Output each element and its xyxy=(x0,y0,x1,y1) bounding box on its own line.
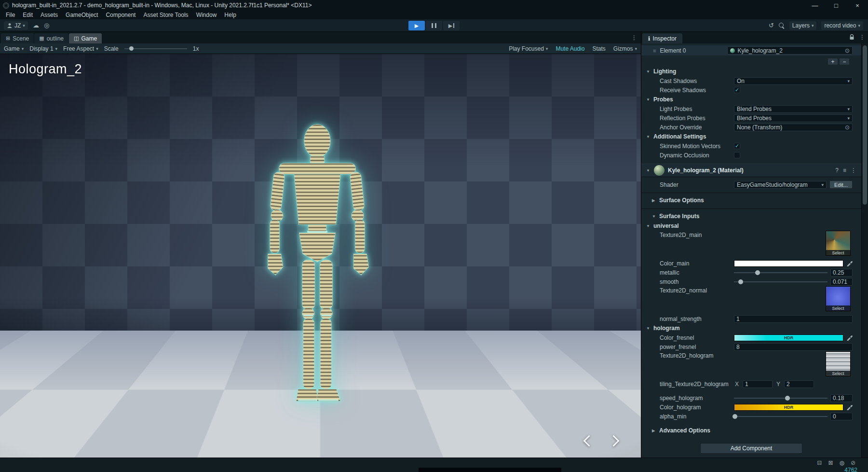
color-main-swatch[interactable] xyxy=(734,260,843,267)
object-picker-icon[interactable]: ⊙ xyxy=(845,124,850,131)
menu-window[interactable]: Window xyxy=(192,12,221,18)
section-advanced-options[interactable]: ▶ Advanced Options xyxy=(641,426,861,435)
pause-button[interactable] xyxy=(426,21,442,30)
scrollbar-thumb[interactable] xyxy=(863,45,867,205)
tab-outline[interactable]: ▦ outline xyxy=(34,33,68,43)
alpha-min-value[interactable]: 0 xyxy=(830,413,853,420)
account-dropdown[interactable]: JZ ▾ xyxy=(4,21,28,30)
package-manager-icon[interactable]: ⊠ xyxy=(828,459,833,466)
tiling-y-field[interactable]: 2 xyxy=(784,380,814,388)
receive-shadows-checkbox[interactable]: ✓ xyxy=(734,87,740,93)
reflection-probes-dropdown[interactable]: Blend Probes ▾ xyxy=(734,114,853,122)
tab-game[interactable]: ◫ Game xyxy=(69,33,102,43)
layers-dropdown[interactable]: Layers ▾ xyxy=(789,21,817,30)
texture-select-button[interactable]: Select xyxy=(826,371,850,376)
section-surface-inputs[interactable]: ▼ Surface Inputs xyxy=(641,211,861,221)
services-status-icon[interactable]: ◍ xyxy=(839,459,844,466)
section-lighting[interactable]: ▼ Lighting xyxy=(641,67,861,76)
metallic-value[interactable]: 0.25 xyxy=(830,269,853,277)
scale-slider[interactable] xyxy=(124,45,187,52)
color-fresnel-swatch[interactable]: HDR xyxy=(734,334,843,341)
menu-component[interactable]: Component xyxy=(102,12,139,18)
normal-strength-field[interactable]: 1 xyxy=(734,315,853,323)
smooth-slider[interactable] xyxy=(734,278,827,286)
inspector-menu-icon[interactable]: ⋮ xyxy=(859,34,865,41)
next-hologram-button[interactable] xyxy=(608,435,619,446)
texture-select-button[interactable]: Select xyxy=(826,250,850,255)
aspect-dropdown[interactable]: Free Aspect ▾ xyxy=(63,45,98,52)
anchor-override-field[interactable]: None (Transform) ⊙ xyxy=(734,124,853,131)
activity-icon[interactable]: ⊘ xyxy=(851,459,855,466)
shader-dropdown[interactable]: EasyGameStudio/hologram ▾ xyxy=(734,181,827,189)
power-fresnel-field[interactable]: 8 xyxy=(734,343,853,351)
skinned-motion-vectors-checkbox[interactable]: ✓ xyxy=(734,143,740,149)
object-picker-icon[interactable]: ⊙ xyxy=(845,47,850,54)
inspector-tabrow: ℹ Inspector ⋮ xyxy=(641,32,868,43)
history-icon[interactable]: ↺ xyxy=(769,22,774,29)
remove-element-button[interactable]: − xyxy=(839,58,850,65)
menu-file[interactable]: File xyxy=(2,12,19,18)
menu-edit[interactable]: Edit xyxy=(19,12,37,18)
minimize-button[interactable]: — xyxy=(804,0,826,11)
add-element-button[interactable]: + xyxy=(827,58,838,65)
preset-icon[interactable]: ≡ xyxy=(843,167,846,174)
section-probes[interactable]: ▼ Probes xyxy=(641,95,861,104)
collab-icon[interactable]: ⊟ xyxy=(817,459,822,466)
add-component-button[interactable]: Add Component xyxy=(700,443,802,454)
play-focused-dropdown[interactable]: Play Focused ▾ xyxy=(509,45,548,52)
alpha-min-slider[interactable] xyxy=(734,413,827,420)
metallic-slider[interactable] xyxy=(734,269,827,277)
lock-icon[interactable] xyxy=(849,34,854,40)
menu-help[interactable]: Help xyxy=(220,12,240,18)
speed-hologram-value[interactable]: 0.18 xyxy=(830,394,853,402)
row-reflection-probes: Reflection Probes Blend Probes ▾ xyxy=(641,113,861,123)
section-surface-options[interactable]: ▶ Surface Options xyxy=(641,195,861,205)
section-hologram[interactable]: ▼ hologram xyxy=(641,323,861,333)
material-header[interactable]: ▼ Kyle_hologram_2 (Material) ? ≡ ⋮ xyxy=(641,164,861,177)
texture2d-normal-thumbnail[interactable]: Select xyxy=(826,286,851,311)
maximize-button[interactable]: □ xyxy=(826,0,847,11)
services-icon[interactable]: ◎ xyxy=(44,22,49,29)
menu-icon[interactable]: ⋮ xyxy=(851,167,856,174)
eyedropper-icon[interactable] xyxy=(846,260,853,266)
tiling-x-field[interactable]: 1 xyxy=(743,380,773,388)
speed-hologram-slider[interactable] xyxy=(734,394,827,402)
mute-audio-toggle[interactable]: Mute Audio xyxy=(556,45,584,52)
eyedropper-icon[interactable] xyxy=(846,404,853,410)
section-universal[interactable]: ▼ universal xyxy=(641,221,861,231)
display-dropdown[interactable]: Display 1 ▾ xyxy=(29,45,57,52)
game-view-menu[interactable]: Game ▾ xyxy=(4,45,24,52)
cast-shadows-dropdown[interactable]: On ▾ xyxy=(734,77,853,85)
prev-hologram-button[interactable] xyxy=(583,435,595,446)
tab-inspector[interactable]: ℹ Inspector xyxy=(642,33,682,43)
menu-gameobject[interactable]: GameObject xyxy=(62,12,102,18)
help-icon[interactable]: ? xyxy=(835,167,839,174)
section-additional-settings[interactable]: ▼ Additional Settings xyxy=(641,132,861,141)
layout-dropdown[interactable]: record video ▾ xyxy=(821,21,863,30)
light-probes-dropdown[interactable]: Blend Probes ▾ xyxy=(734,105,853,113)
menu-assets[interactable]: Assets xyxy=(37,12,62,18)
color-hologram-swatch[interactable]: HDR xyxy=(734,404,843,411)
tab-scene[interactable]: ⊞ Scene xyxy=(1,33,34,43)
shader-edit-button[interactable]: Edit... xyxy=(829,180,853,189)
inspector-scrollbar[interactable] xyxy=(861,43,868,458)
search-icon[interactable] xyxy=(779,23,785,28)
step-button[interactable]: ▶ xyxy=(443,21,460,30)
stats-toggle[interactable]: Stats xyxy=(592,45,605,52)
scale-slider-thumb[interactable] xyxy=(129,46,134,51)
panel-menu-icon[interactable]: ⋮ xyxy=(631,34,637,41)
eyedropper-icon[interactable] xyxy=(846,334,853,341)
texture2d-hologram-thumbnail[interactable]: Select xyxy=(826,351,851,376)
cloud-icon[interactable]: ☁ xyxy=(33,22,39,29)
drag-handle-icon[interactable]: ≡ xyxy=(653,48,656,54)
menu-asset-store-tools[interactable]: Asset Store Tools xyxy=(139,12,192,18)
smooth-value[interactable]: 0.071 xyxy=(830,278,853,286)
play-button[interactable]: ▶ xyxy=(408,21,425,30)
dynamic-occlusion-checkbox[interactable] xyxy=(734,152,740,158)
gizmos-dropdown[interactable]: Gizmos ▾ xyxy=(613,45,637,52)
texture2d-main-thumbnail[interactable]: Select xyxy=(826,231,851,256)
foldout-icon: ▼ xyxy=(646,69,651,74)
close-button[interactable]: × xyxy=(847,0,868,11)
material-object-field[interactable]: Kyle_hologram_2 ⊙ xyxy=(727,46,853,55)
texture-select-button[interactable]: Select xyxy=(826,305,850,311)
